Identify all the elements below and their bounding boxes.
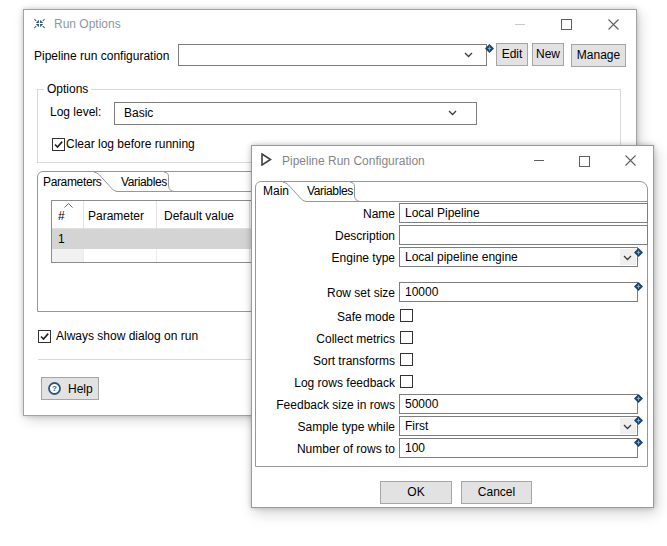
svg-text:?: ? [52,384,57,393]
